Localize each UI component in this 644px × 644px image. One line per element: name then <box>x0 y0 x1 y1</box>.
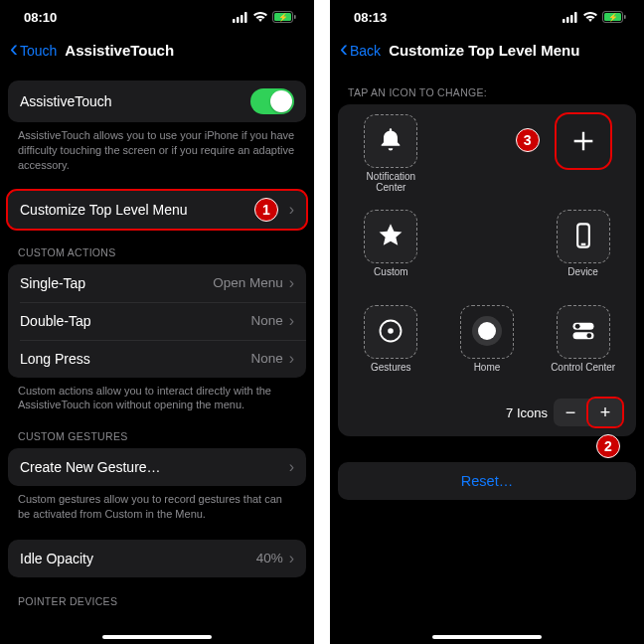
svg-rect-14 <box>624 15 626 19</box>
single-tap-value: Open Menu <box>213 275 283 290</box>
slot-label: Custom <box>374 266 407 277</box>
nav-bar: Touch AssistiveTouch <box>0 34 314 69</box>
svg-rect-10 <box>570 15 573 23</box>
slot-label: Device <box>567 266 598 277</box>
svg-rect-8 <box>563 19 565 23</box>
custom-actions-header: CUSTOM ACTIONS <box>8 246 306 264</box>
gestures-footer: Custom gestures allow you to record gest… <box>8 486 306 522</box>
assistivetouch-footer: AssistiveTouch allows you to use your iP… <box>8 122 306 173</box>
status-bar: 08:10 ⚡ <box>0 0 314 34</box>
svg-rect-2 <box>241 15 243 23</box>
stepper-minus-button[interactable]: − <box>554 399 587 426</box>
svg-point-23 <box>574 323 579 328</box>
reset-label: Reset… <box>461 473 513 489</box>
custom-actions-footer: Custom actions allow you to interact dir… <box>8 378 306 413</box>
back-button[interactable]: Back <box>340 43 381 59</box>
idle-opacity-value: 40% <box>256 551 283 565</box>
customize-menu-row[interactable]: Customize Top Level Menu 1 <box>8 191 306 229</box>
callout-1: 1 <box>254 198 278 222</box>
home-button-icon <box>470 314 504 351</box>
home-indicator[interactable] <box>432 635 542 639</box>
status-icons: ⚡ <box>563 11 626 23</box>
target-icon <box>377 317 404 348</box>
signal-icon <box>233 12 248 23</box>
custom-gestures-header: CUSTOM GESTURES <box>8 430 306 448</box>
battery-icon: ⚡ <box>602 11 626 23</box>
page-title: Customize Top Level Menu <box>385 42 634 59</box>
pointer-devices-header: POINTER DEVICES <box>8 595 306 613</box>
slot-home[interactable]: Home <box>447 305 527 373</box>
back-label: Back <box>350 43 381 59</box>
svg-rect-3 <box>244 12 247 23</box>
status-time: 08:13 <box>354 10 387 25</box>
slot-gestures[interactable]: Gestures <box>351 305 430 373</box>
star-icon <box>377 222 404 252</box>
single-tap-row[interactable]: Single-Tap Open Menu <box>8 264 306 302</box>
svg-text:⚡: ⚡ <box>278 12 288 22</box>
svg-point-21 <box>478 322 496 340</box>
customize-menu-label: Customize Top Level Menu <box>20 202 289 218</box>
svg-point-25 <box>586 333 591 338</box>
svg-rect-9 <box>566 17 569 23</box>
wifi-icon <box>252 11 268 23</box>
battery-icon: ⚡ <box>272 11 296 23</box>
callout-3: 3 <box>516 128 540 152</box>
idle-opacity-label: Idle Opacity <box>20 551 256 566</box>
long-press-row[interactable]: Long Press None <box>8 340 306 378</box>
back-label: Touch <box>20 43 57 59</box>
reset-button[interactable]: Reset… <box>338 462 636 500</box>
status-bar: 08:13 ⚡ <box>330 0 644 34</box>
slot-control-center[interactable]: Control Center <box>544 305 623 373</box>
home-indicator[interactable] <box>102 635 212 639</box>
icon-stepper: − + 2 <box>554 399 622 426</box>
slot-add[interactable]: 3 <box>544 114 623 168</box>
icon-count-row: 7 Icons − + 2 <box>346 395 628 428</box>
status-time: 08:10 <box>24 10 57 25</box>
status-icons: ⚡ <box>233 11 296 23</box>
phone-icon <box>569 222 597 252</box>
slot-label: Notification Center <box>351 171 430 193</box>
double-tap-row[interactable]: Double-Tap None <box>8 302 306 340</box>
long-press-label: Long Press <box>20 351 250 367</box>
slot-label: Home <box>474 362 501 373</box>
svg-rect-1 <box>237 17 240 23</box>
signal-icon <box>563 12 578 23</box>
bell-icon <box>377 126 404 157</box>
slot-notification-center[interactable]: Notification Center <box>351 114 430 193</box>
nav-bar: Back Customize Top Level Menu <box>330 34 644 69</box>
create-gesture-row[interactable]: Create New Gesture… <box>8 448 306 486</box>
svg-rect-6 <box>294 15 296 19</box>
assistivetouch-toggle-row[interactable]: AssistiveTouch <box>8 80 306 122</box>
slot-label: Gestures <box>371 362 411 373</box>
icon-grid-container: Notification Center 3 Custom <box>338 104 636 436</box>
slot-label: Control Center <box>551 362 615 373</box>
svg-rect-0 <box>233 19 236 23</box>
slot-device[interactable]: Device <box>544 210 623 277</box>
chevron-right-icon <box>289 312 294 330</box>
callout-2: 2 <box>596 434 620 458</box>
slot-custom[interactable]: Custom <box>351 210 430 277</box>
chevron-right-icon <box>289 201 294 219</box>
tap-icon-header: TAP AN ICON TO CHANGE: <box>338 86 636 104</box>
wifi-icon <box>582 11 598 23</box>
screenshot-left: 08:10 ⚡ Touch AssistiveTouch AssistiveTo… <box>0 0 314 644</box>
toggle-switch[interactable] <box>250 88 294 114</box>
double-tap-value: None <box>250 313 282 328</box>
toggles-icon <box>569 317 597 348</box>
svg-rect-11 <box>574 12 577 23</box>
screenshot-right: 08:13 ⚡ Back Customize Top Level Menu TA… <box>330 0 644 644</box>
stepper-plus-button[interactable]: + <box>588 399 622 426</box>
double-tap-label: Double-Tap <box>20 313 250 329</box>
icon-count-label: 7 Icons <box>506 405 548 420</box>
idle-opacity-row[interactable]: Idle Opacity 40% <box>8 540 306 577</box>
single-tap-label: Single-Tap <box>20 275 213 291</box>
plus-icon <box>569 127 597 155</box>
chevron-right-icon <box>289 458 294 476</box>
long-press-value: None <box>250 351 282 366</box>
chevron-right-icon <box>289 274 294 292</box>
svg-text:⚡: ⚡ <box>608 12 618 22</box>
page-title: AssistiveTouch <box>61 42 304 59</box>
back-button[interactable]: Touch <box>10 43 57 59</box>
svg-point-19 <box>389 329 393 333</box>
create-gesture-label: Create New Gesture… <box>20 459 289 475</box>
